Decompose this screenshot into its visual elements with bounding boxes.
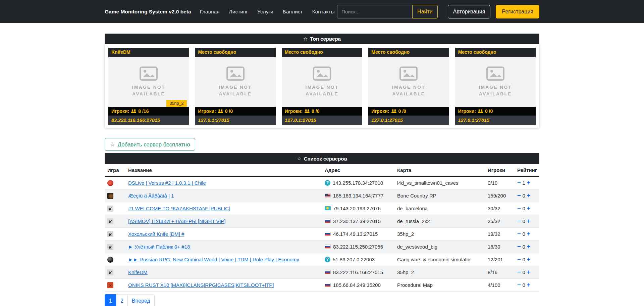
- login-button[interactable]: Авторизация: [448, 5, 491, 18]
- card-server-ip: 127.0.1:27015: [455, 116, 536, 125]
- pagination: 1 2 Вперед: [105, 294, 539, 306]
- server-name-link[interactable]: ►► Russian RPG: New Criminal World | Voi…: [128, 257, 299, 262]
- server-address: 143.255.178.34:27010: [333, 180, 383, 186]
- players-label: Игроки:: [458, 108, 476, 114]
- vote-down-button[interactable]: −: [517, 192, 521, 199]
- pagination-item[interactable]: 2: [116, 294, 128, 306]
- server-map: Bone Country RP: [394, 189, 485, 202]
- vote-down-button[interactable]: −: [517, 282, 521, 288]
- pagination-item[interactable]: Вперед: [127, 294, 155, 306]
- top-server-card[interactable]: Место свободно IMAGE NOT AVAILABLE Игрок…: [282, 48, 362, 125]
- server-players: 30/32: [485, 202, 515, 215]
- vote-up-button[interactable]: +: [527, 231, 531, 237]
- image-not-available-icon: [399, 67, 418, 81]
- players-icon: [391, 109, 397, 113]
- country-flag-icon: [325, 206, 331, 210]
- players-count: 0 /0: [398, 108, 406, 114]
- game-icon: [107, 206, 113, 212]
- rating-count: 0: [523, 282, 525, 288]
- server-players: 4/100: [485, 278, 515, 291]
- server-address: 51.83.207.0:22003: [333, 257, 375, 262]
- vote-down-button[interactable]: −: [517, 256, 521, 262]
- image-not-available-text: IMAGE NOT AVAILABLE: [210, 84, 261, 98]
- server-name-link[interactable]: Æèçíü â Äåðåâíå | 1: [128, 193, 174, 199]
- vote-down-button[interactable]: −: [517, 180, 521, 186]
- server-address: 37.230.137.39:27015: [333, 218, 381, 224]
- nav-link-home[interactable]: Главная: [200, 9, 220, 15]
- players-label: Игроки:: [198, 108, 216, 114]
- server-name-link[interactable]: DSLive | Versus #2 | 1.0.3.1 | Chile: [128, 180, 206, 186]
- vote-up-button[interactable]: +: [527, 256, 531, 262]
- vote-up-button[interactable]: +: [527, 244, 531, 250]
- vote-down-button[interactable]: −: [517, 218, 521, 224]
- vote-up-button[interactable]: +: [527, 205, 531, 211]
- map-badge: 35hp_2: [166, 100, 187, 107]
- top-server-card[interactable]: KnifeDM IMAGE NOT AVAILABLE 35hp_2 Игрок…: [108, 48, 189, 125]
- card-image-placeholder: IMAGE NOT AVAILABLE: [455, 57, 536, 107]
- server-players: 19/32: [485, 227, 515, 240]
- col-address: Адрес: [322, 164, 394, 176]
- top-server-card[interactable]: Место свободно IMAGE NOT AVAILABLE Игрок…: [455, 48, 536, 125]
- server-players: 12/201: [485, 253, 515, 266]
- server-row: Æèçíü â Äåðåâíå | 1 185.169.134.164:7777…: [105, 189, 539, 202]
- card-server-name: Место свободно: [195, 48, 275, 57]
- col-name: Название: [125, 164, 322, 176]
- vote-down-button[interactable]: −: [517, 231, 521, 237]
- players-icon: [131, 109, 137, 113]
- search-button[interactable]: Найти: [412, 5, 438, 18]
- server-map: de_russia_2x2: [394, 215, 485, 227]
- server-players: 18/30: [485, 240, 515, 253]
- vote-up-button[interactable]: +: [527, 269, 531, 275]
- vote-up-button[interactable]: +: [527, 180, 531, 186]
- server-name-link[interactable]: KnifeDM: [128, 269, 148, 275]
- search-input[interactable]: [337, 5, 412, 18]
- server-row: Хохольский Knife [DM] # 46.174.49.13:270…: [105, 227, 539, 240]
- country-flag-icon: [325, 257, 330, 262]
- register-button[interactable]: Регистрация: [496, 5, 539, 18]
- server-name-link[interactable]: #1 WELCOME TO *KAZAKHSTAN* |PUBLIC|: [128, 206, 230, 211]
- add-server-button[interactable]: ☆ Добавить сервер бесплатно: [105, 138, 195, 151]
- server-name-link[interactable]: [ASIMOV] ПУШКИ + ЛАЗЕРЫ [NIGHT VIP]: [128, 218, 226, 224]
- top-server-card[interactable]: Место свободно IMAGE NOT AVAILABLE Игрок…: [368, 48, 449, 125]
- nav-link-listing[interactable]: Листинг: [229, 9, 248, 15]
- rating-count: 1: [523, 180, 525, 186]
- brand-title: Game Monitoring System v2.0 beta: [105, 9, 191, 15]
- nav-link-services[interactable]: Услуги: [257, 9, 273, 15]
- vote-down-button[interactable]: −: [517, 244, 521, 250]
- server-row: ONIKS RUST X10 [MAX8|CLANS|RPG|CASES|KIT…: [105, 278, 539, 291]
- server-name-link[interactable]: ► Улётный Паблик 0+ #18: [128, 244, 190, 250]
- country-flag-icon: [325, 270, 331, 274]
- vote-up-button[interactable]: +: [527, 192, 531, 199]
- top-servers-title: Топ сервера: [310, 36, 341, 42]
- vote-down-button[interactable]: −: [517, 269, 521, 275]
- vote-up-button[interactable]: +: [527, 218, 531, 224]
- server-map: 35hp_2: [394, 266, 485, 278]
- card-server-name: Место свободно: [368, 48, 449, 57]
- server-map: de_barcelona: [394, 202, 485, 215]
- server-players: 0/10: [485, 176, 515, 189]
- server-name-link[interactable]: Хохольский Knife [DM] #: [128, 231, 184, 237]
- nav-link-contacts[interactable]: Контакты: [312, 9, 335, 15]
- server-name-link[interactable]: ONIKS RUST X10 [MAX8|CLANS|RPG|CASES|KIT…: [128, 282, 274, 288]
- country-flag-icon: [325, 219, 331, 223]
- image-not-available-icon: [486, 67, 504, 81]
- table-header-row: Игра Название Адрес Карта Игроки Рейтинг: [105, 164, 539, 176]
- server-players: 159/200: [485, 189, 515, 202]
- top-server-card[interactable]: Место свободно IMAGE NOT AVAILABLE Игрок…: [195, 48, 275, 125]
- top-servers-header: ☆ Топ сервера: [105, 34, 539, 44]
- game-icon: [107, 218, 113, 224]
- image-not-available-icon: [313, 67, 331, 81]
- vote-down-button[interactable]: −: [517, 205, 521, 211]
- top-servers-cards: KnifeDM IMAGE NOT AVAILABLE 35hp_2 Игрок…: [105, 44, 539, 128]
- server-address: 185.169.134.164:7777: [333, 193, 383, 199]
- pagination-item[interactable]: 1: [105, 294, 116, 306]
- card-server-name: Место свободно: [455, 48, 536, 57]
- server-row: DSLive | Versus #2 | 1.0.3.1 | Chile 143…: [105, 176, 539, 189]
- vote-up-button[interactable]: +: [527, 282, 531, 288]
- game-icon: [107, 231, 113, 237]
- players-count: 0 /0: [312, 108, 319, 114]
- rating-count: 0: [523, 269, 525, 275]
- nav-link-banlist[interactable]: Банлист: [283, 9, 303, 15]
- players-label: Игроки:: [371, 108, 389, 114]
- col-rating: Рейтинг: [515, 164, 539, 176]
